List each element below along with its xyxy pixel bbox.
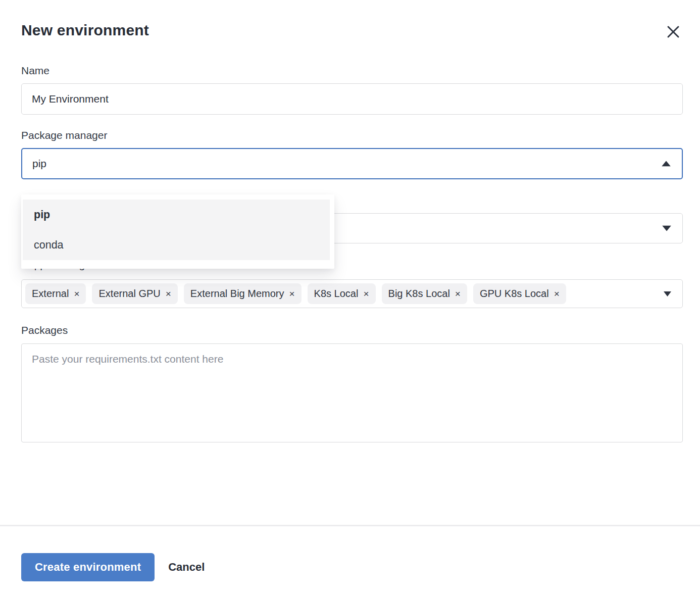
agent-tag-label: External Big Memory <box>190 288 284 300</box>
agent-tag-label: External GPU <box>98 288 160 300</box>
cancel-button[interactable]: Cancel <box>168 561 205 574</box>
menu-option-pip[interactable]: pip <box>23 200 330 230</box>
chevron-down-icon <box>662 226 671 231</box>
agent-tag-label: External <box>32 288 69 300</box>
create-environment-button[interactable]: Create environment <box>21 553 155 581</box>
agent-tag-list: External × External GPU × External Big M… <box>25 280 566 308</box>
dialog-body: Name Package manager pip pip conda <box>0 65 700 444</box>
package-manager-menu: pip conda <box>21 194 334 269</box>
packages-textarea[interactable] <box>21 343 683 442</box>
agent-tag-label: K8s Local <box>314 288 359 300</box>
remove-tag-icon[interactable]: × <box>166 289 171 299</box>
package-manager-option-list: pip conda <box>23 200 330 260</box>
agent-tag: External Big Memory × <box>184 283 302 304</box>
agent-tag: Big K8s Local × <box>382 283 467 304</box>
close-button[interactable] <box>664 22 683 41</box>
new-environment-dialog: New environment Name Package manager pip <box>0 0 700 595</box>
remove-tag-icon[interactable]: × <box>455 289 461 299</box>
remove-tag-icon[interactable]: × <box>554 289 560 299</box>
package-manager-value: pip <box>32 158 46 170</box>
agent-tag-label: GPU K8s Local <box>480 288 549 300</box>
package-manager-label: Package manager <box>21 129 683 141</box>
agent-tag: External GPU × <box>92 283 177 304</box>
dialog-footer: Create environment Cancel <box>0 526 700 581</box>
remove-tag-icon[interactable]: × <box>289 289 294 299</box>
package-manager-select[interactable]: pip <box>21 148 683 179</box>
menu-option-conda[interactable]: conda <box>23 230 330 260</box>
remove-tag-icon[interactable]: × <box>363 289 369 299</box>
page-title: New environment <box>21 20 149 40</box>
remove-tag-icon[interactable]: × <box>74 289 79 299</box>
agent-tag: External × <box>25 283 86 304</box>
name-input[interactable] <box>21 83 683 115</box>
agent-tag: K8s Local × <box>308 283 376 304</box>
agent-tag: GPU K8s Local × <box>473 283 566 304</box>
close-icon <box>667 25 680 38</box>
chevron-up-icon <box>662 161 671 167</box>
chevron-down-icon <box>664 291 671 296</box>
supported-agents-select[interactable]: External × External GPU × External Big M… <box>21 279 683 308</box>
agent-tag-label: Big K8s Local <box>388 288 450 300</box>
name-label: Name <box>21 65 683 77</box>
package-manager-zone: pip pip conda <box>21 148 683 243</box>
packages-label: Packages <box>21 324 683 336</box>
dialog-header: New environment <box>0 0 700 41</box>
